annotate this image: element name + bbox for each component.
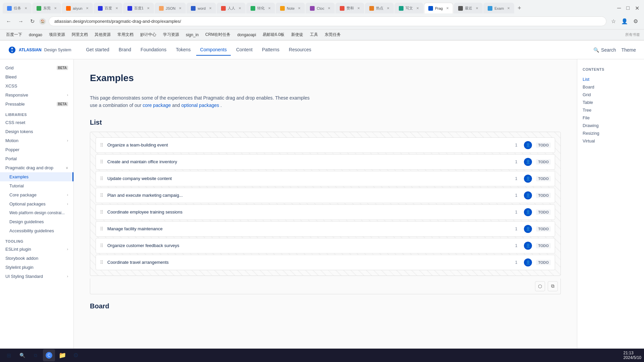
- bookmark-baidu[interactable]: 百度一下: [4, 31, 24, 38]
- contents-item-grid[interactable]: Grid: [583, 91, 639, 99]
- sidebar-item-design-guidelines[interactable]: Design guidelines: [0, 217, 73, 226]
- refresh-button[interactable]: ↻: [28, 17, 37, 26]
- sidebar-item-pressable[interactable]: Pressable BETA: [0, 100, 73, 109]
- maximize-button[interactable]: □: [624, 4, 632, 12]
- back-button[interactable]: ←: [4, 17, 13, 26]
- tab-zh[interactable]: 转化 ✕: [246, 3, 275, 13]
- nav-foundations[interactable]: Foundations: [137, 44, 170, 56]
- sidebar-item-xcss[interactable]: XCSS: [0, 81, 73, 90]
- tab-prag[interactable]: Prag ✕: [424, 3, 453, 13]
- nav-get-started[interactable]: Get started: [82, 44, 113, 56]
- bookmark-mj[interactable]: 妙计中心: [138, 31, 158, 38]
- contents-item-resizing[interactable]: Resizing: [583, 129, 639, 137]
- tab-task[interactable]: 任务 ✕: [3, 3, 32, 13]
- sidebar-item-storybook[interactable]: Storybook addon: [0, 254, 73, 263]
- theme-button[interactable]: Theme: [621, 47, 636, 53]
- tab-write[interactable]: 写文 ✕: [394, 3, 423, 13]
- taskbar-browser[interactable]: C: [43, 349, 55, 361]
- sidebar-item-design-tokens[interactable]: Design tokens: [0, 127, 73, 136]
- sandbox-button[interactable]: ⬡: [535, 281, 545, 291]
- bookmark-new[interactable]: 新使徒: [289, 31, 305, 38]
- nav-patterns[interactable]: Patterns: [258, 44, 283, 56]
- tab-json[interactable]: JSON ✕: [155, 3, 186, 13]
- taskbar-start-button[interactable]: ⊞: [3, 349, 15, 361]
- close-window-button[interactable]: ✕: [633, 4, 641, 13]
- bookmark-dgtask[interactable]: 东莞任务: [323, 31, 343, 38]
- taskbar-task-view[interactable]: ⧉: [30, 349, 42, 361]
- sidebar-item-optional-packages[interactable]: Optional packages ›: [0, 199, 73, 208]
- nav-content[interactable]: Content: [232, 44, 257, 56]
- contents-item-virtual[interactable]: Virtual: [583, 137, 639, 145]
- bookmark-dapi[interactable]: dongaoapi: [235, 32, 258, 38]
- tab-rr[interactable]: 人人 ✕: [217, 3, 246, 13]
- search-button[interactable]: 🔍 Search: [593, 47, 616, 53]
- bookmark-tools[interactable]: 工具: [308, 31, 320, 38]
- sidebar-item-css-reset[interactable]: CSS reset: [0, 118, 73, 127]
- sidebar-item-bleed[interactable]: Bleed: [0, 72, 73, 81]
- sidebar-item-web-platform[interactable]: Web platform design constrai...: [0, 208, 73, 217]
- forward-button[interactable]: →: [16, 17, 25, 26]
- drag-handle-icon[interactable]: ⠿: [100, 243, 103, 248]
- new-tab-button[interactable]: +: [515, 5, 524, 12]
- bookmark-ali[interactable]: 阿里文档: [70, 31, 90, 38]
- contents-item-file[interactable]: File: [583, 114, 639, 122]
- sidebar-item-examples[interactable]: Examples: [0, 172, 73, 181]
- taskbar-search-button[interactable]: 🔍: [16, 349, 28, 361]
- nav-brand[interactable]: Brand: [115, 44, 135, 56]
- sidebar-item-motion[interactable]: Motion ›: [0, 136, 73, 145]
- contents-item-tree[interactable]: Tree: [583, 106, 639, 114]
- sidebar-item-core-package[interactable]: Core package ›: [0, 190, 73, 199]
- taskbar-file-explorer[interactable]: 📁: [56, 349, 68, 361]
- contents-item-list[interactable]: List: [583, 75, 639, 83]
- tab-note[interactable]: Note ✕: [276, 3, 305, 13]
- sidebar-item-a11y[interactable]: Accessibility guidelines: [0, 226, 73, 235]
- tab-word[interactable]: word ✕: [186, 3, 216, 13]
- tab-baidu2[interactable]: 百度1 ✕: [123, 3, 154, 13]
- bookmark-learn[interactable]: 学习资源: [161, 31, 181, 38]
- nav-resources[interactable]: Resources: [285, 44, 315, 56]
- drag-handle-icon[interactable]: ⠿: [100, 260, 103, 265]
- drag-handle-icon[interactable]: ⠿: [100, 209, 103, 215]
- bookmark-crm[interactable]: CRM在时任务: [203, 31, 232, 38]
- drag-handle-icon[interactable]: ⠿: [100, 142, 103, 148]
- tab-exam[interactable]: Exam ✕: [483, 3, 514, 13]
- core-package-link[interactable]: core package: [143, 103, 171, 108]
- tab-recent[interactable]: 最近 ✕: [454, 3, 483, 13]
- sidebar-item-portal[interactable]: Portal: [0, 154, 73, 163]
- drag-handle-icon[interactable]: ⠿: [100, 176, 103, 181]
- minimize-button[interactable]: ─: [615, 4, 623, 12]
- contents-item-drawing[interactable]: Drawing: [583, 122, 639, 129]
- copy-button[interactable]: ⧉: [548, 281, 558, 291]
- sidebar-item-grid[interactable]: Grid BETA: [0, 63, 73, 72]
- bookmark-project[interactable]: 项目资源: [47, 31, 67, 38]
- nav-tokens[interactable]: Tokens: [172, 44, 195, 56]
- tab-zz[interactable]: 赞和 ✕: [335, 3, 364, 13]
- sidebar-item-stylelint[interactable]: Stylelint plugin: [0, 263, 73, 272]
- sidebar-item-popper[interactable]: Popper: [0, 145, 73, 154]
- bookmark-dongao[interactable]: dongao: [27, 32, 44, 38]
- optional-packages-link[interactable]: optional packages: [181, 103, 219, 108]
- nav-components[interactable]: Components: [196, 44, 231, 56]
- drag-handle-icon[interactable]: ⠿: [100, 226, 103, 232]
- contents-item-table[interactable]: Table: [583, 99, 639, 106]
- bookmark-email[interactable]: 易邮箱6.0板: [261, 31, 286, 38]
- tab-hot[interactable]: 热点 ✕: [365, 3, 394, 13]
- tab-baidu1[interactable]: 百度 ✕: [94, 3, 122, 13]
- drag-handle-icon[interactable]: ⠿: [100, 159, 103, 165]
- url-bar[interactable]: [49, 16, 606, 26]
- sidebar-item-pragmatic[interactable]: Pragmatic drag and drop ∨: [0, 163, 73, 172]
- bookmark-common[interactable]: 常用文档: [115, 31, 136, 38]
- logo[interactable]: ATLASSIAN Design System: [8, 46, 71, 54]
- extensions-button[interactable]: ⚙: [631, 17, 640, 26]
- contents-item-board[interactable]: Board: [583, 83, 639, 91]
- bookmark-other[interactable]: 其他资源: [93, 31, 113, 38]
- taskbar-settings[interactable]: ⚙: [70, 349, 82, 361]
- tab-aliyun[interactable]: aiiyun ✕: [62, 3, 93, 13]
- tab-2[interactable]: 东莞 ✕: [32, 3, 61, 13]
- sidebar-item-tutorial[interactable]: Tutorial: [0, 181, 73, 190]
- sidebar-item-responsive[interactable]: Responsive ›: [0, 90, 73, 100]
- account-button[interactable]: 👤: [619, 17, 630, 26]
- bookmark-button[interactable]: ☆: [609, 17, 618, 26]
- sidebar-item-ui-styling[interactable]: UI Styling Standard ›: [0, 272, 73, 281]
- bookmark-signin[interactable]: sign_in: [184, 32, 201, 38]
